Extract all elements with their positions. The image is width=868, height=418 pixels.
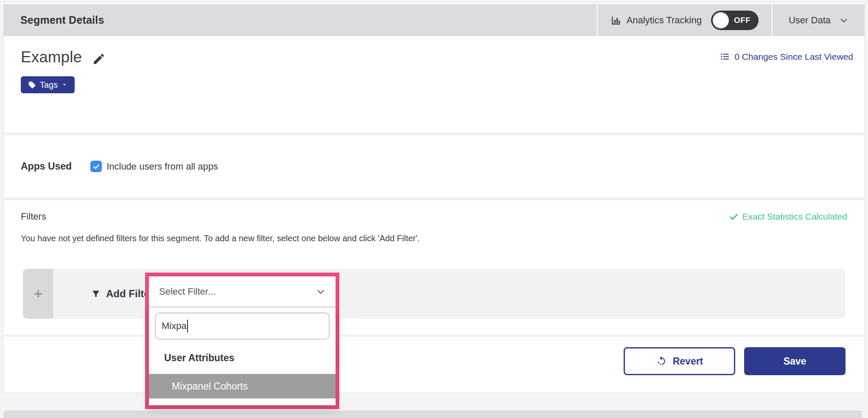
filters-card: Filters Exact Statistics Calculated You … [3, 200, 865, 335]
filter-funnel-icon [91, 289, 101, 298]
filter-search-text: Mixpa [162, 320, 187, 332]
bar-chart-icon [610, 15, 622, 26]
include-all-apps-label: Include users from all apps [106, 161, 218, 172]
changes-since-last-viewed-link[interactable]: 0 Changes Since Last Viewed [720, 51, 853, 62]
segment-details-page: Segment Details Analytics Tracking OFF [0, 0, 868, 418]
plus-icon [33, 288, 44, 299]
apps-used-label: Apps Used [21, 161, 72, 172]
add-filter-button[interactable]: Add Filter [91, 288, 154, 300]
filter-dropdown-highlight: Select Filter... Mixpa User Attributes M… [145, 273, 339, 409]
user-data-label: User Data [789, 15, 831, 26]
revert-icon [656, 356, 667, 367]
filter-dropdown-panel: Mixpa User Attributes Mixpanel Cohorts [149, 307, 336, 405]
tags-button[interactable]: Tags [21, 76, 75, 93]
tag-icon [28, 81, 36, 89]
changes-list-icon [720, 51, 730, 62]
exact-statistics-text: Exact Statistics Calculated [742, 212, 847, 222]
top-bar: Segment Details Analytics Tracking OFF [3, 4, 865, 36]
apps-used-card: Apps Used Include users from all apps [3, 135, 865, 198]
text-caret [187, 320, 188, 332]
save-button-label: Save [784, 356, 806, 367]
toggle-state-label: OFF [734, 16, 751, 25]
filter-search-input[interactable]: Mixpa [155, 312, 330, 340]
chevron-down-icon [316, 287, 325, 296]
exact-statistics-status: Exact Statistics Calculated [729, 212, 847, 222]
filter-select[interactable]: Select Filter... [149, 276, 336, 307]
top-bar-actions: Analytics Tracking OFF User Data [596, 4, 865, 36]
option-mixpanel-cohorts[interactable]: Mixpanel Cohorts [149, 374, 336, 398]
user-data-menu[interactable]: User Data [773, 4, 865, 36]
changes-link-text: 0 Changes Since Last Viewed [734, 52, 853, 62]
chevron-down-icon [839, 16, 848, 25]
filters-label: Filters [21, 211, 46, 222]
page-title: Segment Details [20, 14, 104, 26]
edit-pencil-icon[interactable] [92, 52, 106, 66]
save-button[interactable]: Save [744, 347, 846, 375]
analytics-tracking-toggle[interactable]: OFF [711, 11, 759, 30]
next-section-header-strip [3, 410, 862, 418]
revert-button[interactable]: Revert [624, 347, 735, 375]
group-header-user-attributes: User Attributes [164, 352, 336, 364]
include-all-apps-checkbox[interactable] [90, 161, 102, 172]
caret-down-icon [62, 82, 67, 88]
footer-actions-card: Revert Save [3, 336, 865, 393]
analytics-tracking-label: Analytics Tracking [627, 15, 702, 26]
checkmark-icon [92, 163, 100, 170]
filter-select-value: Select Filter... [159, 286, 216, 297]
add-filter-plus-button[interactable] [23, 269, 53, 319]
analytics-tracking-section: Analytics Tracking OFF [598, 4, 771, 36]
revert-button-label: Revert [673, 356, 703, 367]
filters-description: You have not yet defined filters for thi… [4, 222, 864, 243]
toggle-knob[interactable] [713, 12, 729, 28]
segment-name: Example [21, 49, 82, 66]
segment-name-card: Example 0 Changes Since Last Viewed [3, 36, 865, 133]
check-icon [729, 212, 739, 222]
tags-button-label: Tags [40, 80, 58, 90]
